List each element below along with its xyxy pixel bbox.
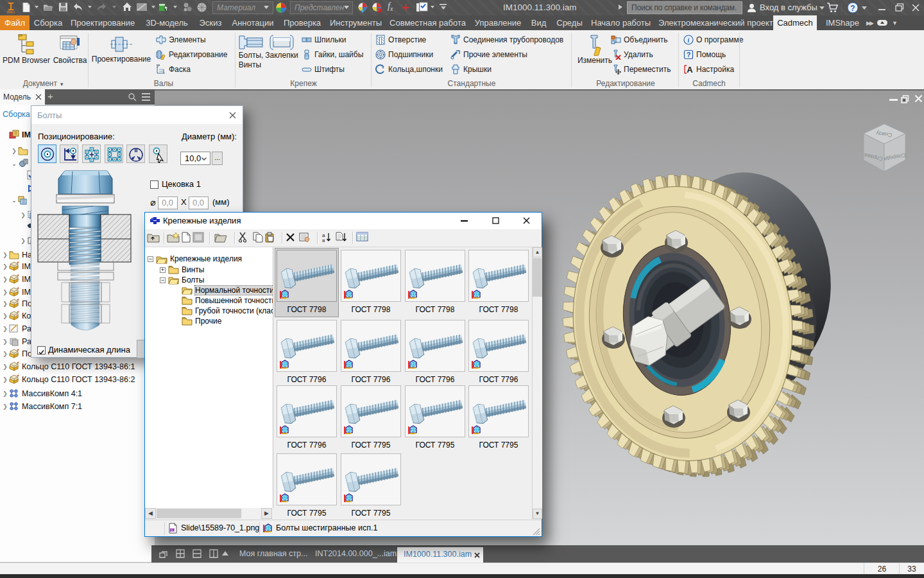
svg-text:A: A xyxy=(687,65,693,74)
svg-text:я: я xyxy=(322,238,325,243)
svg-text:i: i xyxy=(688,37,690,44)
svg-text:?: ? xyxy=(850,4,855,13)
svg-text:SLD: SLD xyxy=(171,529,177,532)
svg-text:?: ? xyxy=(687,51,691,58)
svg-text:PRO: PRO xyxy=(7,10,15,14)
